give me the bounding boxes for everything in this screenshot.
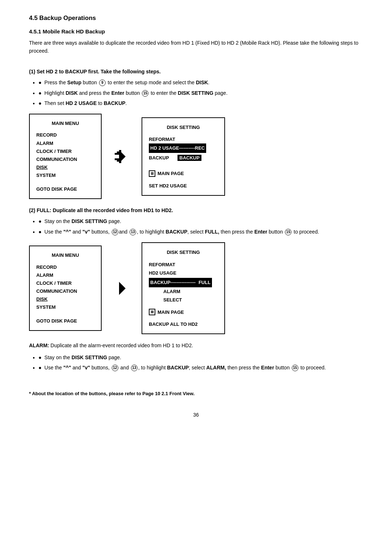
bold-down2: "v" — [82, 365, 90, 370]
alarm-bullet-1: ● Stay on the DISK SETTING page. — [33, 353, 363, 361]
disk2-main-page: ⊞ MAIN PAGE — [149, 308, 218, 316]
menu-item-comm: COMMUNICATION — [36, 155, 94, 163]
circle-15c: 15 — [292, 365, 298, 371]
bold-alarm: ALARM: — [29, 343, 49, 348]
disk2-hd2-usage: HD2 USAGE — [149, 269, 218, 277]
bold-backup2: BACKUP — [166, 229, 187, 235]
bullet-dot: ● — [38, 78, 44, 86]
disk-reformat: REFORMAT — [149, 135, 218, 143]
bold-up: "^" — [63, 229, 71, 235]
bold-backup3: BACKUP — [167, 365, 189, 370]
step2-bullet-list: ● Stay on the DISK SETTING page. ● Use t… — [29, 217, 363, 236]
disk2-alarm: ALARM — [156, 287, 218, 296]
step1-bullet-3: ● Then set HD 2 USAGE to BACKUP. — [33, 99, 363, 107]
disk-backup-highlight: BACKUP — [177, 155, 201, 161]
alarm-bullet-2: ● Use the "^" and "v" buttons, 12 and 13… — [33, 364, 363, 372]
bold-down: "v" — [82, 229, 90, 235]
main-page-label2: MAIN PAGE — [158, 308, 184, 316]
bold-enter2: Enter — [254, 229, 268, 235]
menu2-item-clock: CLOCK / TIMER — [36, 279, 94, 287]
diagram1-main-menu-box: MAIN MENU RECORD ALARM CLOCK / TIMER COM… — [29, 114, 102, 199]
circle-13a: 13 — [130, 229, 136, 235]
menu2-item-system: SYSTEM — [36, 303, 94, 311]
diagram1-disk-setting-title: DISK SETTING — [149, 123, 218, 131]
menu2-item-comm: COMMUNICATION — [36, 287, 94, 295]
main-page-icon2: ⊞ — [149, 309, 155, 315]
bold-enter: Enter — [111, 90, 124, 96]
diagram2-disk-setting-title: DISK SETTING — [149, 248, 218, 256]
disk-set-hd2: SET HD2 USAGE — [149, 182, 218, 190]
alarm-section: ALARM: Duplicate all the alarm-event rec… — [29, 341, 363, 372]
subsection-title: 4.5.1 Mobile Rack HD Backup — [29, 28, 363, 35]
circle-12a: 12 — [112, 229, 118, 235]
disk2-reformat: REFORMAT — [149, 260, 218, 269]
circle-9: 9 — [99, 80, 106, 86]
intro-text: There are three ways available to duplic… — [29, 39, 363, 55]
menu-item-alarm: ALARM — [36, 139, 94, 147]
svg-rect-8 — [113, 155, 119, 158]
disk-main-page: ⊞ MAIN PAGE — [149, 169, 218, 178]
menu2-item-record: RECORD — [36, 263, 94, 271]
step1-bullet-2: ● Highlight DISK and press the Enter but… — [33, 89, 363, 97]
full-label: FULL — [197, 278, 212, 287]
menu-item-record: RECORD — [36, 131, 94, 139]
footer-note: * About the location of the buttons, ple… — [29, 390, 363, 398]
bold-disk2: DISK — [66, 90, 78, 96]
full-bold: (2) FULL: — [29, 207, 51, 213]
diagram2-main-menu-box: MAIN MENU RECORD ALARM CLOCK / TIMER COM… — [29, 246, 102, 331]
bold-backup: BACKUP — [104, 100, 126, 106]
bold-hd2-usage: HD 2 USAGE — [66, 100, 97, 106]
alarm-bullet-list: ● Stay on the DISK SETTING page. ● Use t… — [29, 353, 363, 372]
diagram2: MAIN MENU RECORD ALARM CLOCK / TIMER COM… — [29, 242, 363, 334]
step2-bullet-1: ● Stay on the DISK SETTING page. — [33, 217, 363, 225]
bold-alarm2: ALARM, — [206, 365, 226, 370]
circle-15b: 15 — [285, 229, 291, 235]
step1-bullet-list: ● Press the Setup button 9 to enter the … — [29, 78, 363, 107]
svg-rect-11 — [113, 287, 119, 289]
main-page-label: MAIN PAGE — [158, 169, 184, 178]
arrow2 — [113, 282, 131, 295]
bold-disk-setting2: DISK SETTING — [72, 218, 107, 224]
circle-15a: 15 — [142, 90, 148, 97]
menu2-item-disk: DISK — [36, 295, 94, 303]
bullet-dot: ● — [38, 364, 44, 372]
diagram1-main-menu-title: MAIN MENU — [36, 119, 94, 127]
step2-full-label: (2) FULL: Duplicate all the recorded vid… — [29, 206, 363, 214]
bullet-dot: ● — [38, 99, 44, 107]
circle-12b: 12 — [112, 365, 118, 371]
bold-disk-setting3: DISK SETTING — [72, 355, 107, 360]
diagram1: MAIN MENU RECORD ALARM CLOCK / TIMER COM… — [29, 114, 363, 199]
page-container: 4.5 Backup Operations 4.5.1 Mobile Rack … — [29, 15, 363, 418]
disk2-backup-full-row: BACKUP----------------FULL — [149, 278, 218, 287]
step1-bullet-1: ● Press the Setup button 9 to enter the … — [33, 78, 363, 86]
diagram2-main-menu-title: MAIN MENU — [36, 251, 94, 259]
bold-disk: DISK — [196, 80, 208, 85]
main-page-icon: ⊞ — [149, 170, 155, 177]
section-title: 4.5 Backup Operations — [29, 15, 363, 22]
menu-item-clock: CLOCK / TIMER — [36, 147, 94, 155]
bullet-dot: ● — [38, 353, 44, 361]
alarm-heading: ALARM: Duplicate all the alarm-event rec… — [29, 341, 363, 349]
disk2-backup-all: BACKUP ALL TO HD2 — [149, 320, 218, 328]
diagram2-disk-setting-box: DISK SETTING REFORMAT HD2 USAGE BACKUP--… — [142, 242, 225, 334]
menu-item-system: SYSTEM — [36, 171, 94, 179]
arrow1 — [113, 150, 131, 163]
step1-heading: (1) Set HD 2 to BACKUP first. Take the f… — [29, 68, 363, 76]
bold-disk-setting: DISK SETTING — [178, 90, 213, 96]
circle-13b: 13 — [131, 365, 138, 371]
bold-enter3: Enter — [261, 365, 274, 370]
bold-full: FULL, — [205, 229, 219, 235]
menu2-item-alarm: ALARM — [36, 271, 94, 279]
diagram1-disk-setting-box: DISK SETTING REFORMAT HD 2 USAGE--------… — [142, 117, 225, 196]
disk-hd2-usage: HD 2 USAGE----------REC — [149, 143, 206, 153]
disk2-select: SELECT — [156, 296, 218, 304]
menu-item-disk: DISK — [36, 163, 94, 171]
bullet-dot: ● — [38, 228, 44, 236]
menu-item-goto: GOTO DISK PAGE — [36, 185, 94, 193]
bold-up2: "^" — [63, 365, 71, 370]
menu2-item-goto: GOTO DISK PAGE — [36, 317, 94, 325]
step2-bullet-2: ● Use the "^" and "v" buttons, 12and 13,… — [33, 228, 363, 236]
backup-full-label: BACKUP---------------- — [149, 278, 197, 287]
bullet-dot: ● — [38, 89, 44, 97]
disk-backup-row: BACKUP BACKUP — [149, 154, 218, 162]
